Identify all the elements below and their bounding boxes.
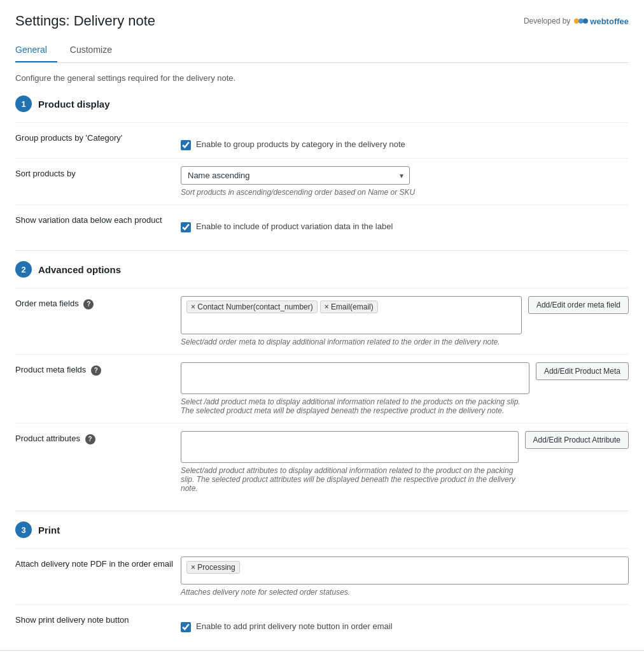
checkbox-show-print-button[interactable] [181,622,191,632]
row-show-print-button: Show print delivery note button Enable t… [15,604,629,640]
add-edit-product-attribute-button[interactable]: Add/Edit Product Attribute [525,431,629,449]
section-header-print: 3 Print [15,521,629,538]
checkbox-row-show-variation[interactable]: Enable to include of product variation d… [181,213,629,232]
row-sort-products: Sort products by Name ascending Name des… [15,158,629,204]
checkbox-show-variation[interactable] [181,222,191,232]
help-icon-product-attributes[interactable]: ? [85,434,95,444]
page-description: Configure the general settings required … [15,73,629,83]
row-attach-pdf: Attach delivery note PDF in the order em… [15,548,629,604]
product-attributes-field-with-button: Select/add product attributes to display… [181,431,629,493]
control-show-print-button: Enable to add print delivery note button… [181,613,629,632]
tab-customize[interactable]: Customize [70,39,122,62]
section-number-1: 1 [15,96,32,112]
divider-1 [15,250,629,251]
tag-contact-number[interactable]: × Contact Number(contact_number) [186,301,318,313]
label-sort-products: Sort products by [15,166,181,178]
section-title-product-display: Product display [38,99,110,110]
section-header-advanced: 2 Advanced options [15,261,629,278]
sort-select-wrapper: Name ascending Name descending SKU ascen… [181,166,410,185]
label-group-products: Group products by 'Category' [15,131,181,143]
order-meta-field-with-button: × Contact Number(contact_number) × Email… [181,296,629,346]
checkbox-label-show-variation: Enable to include of product variation d… [196,222,393,231]
tag-contact-number-text: × Contact Number(contact_number) [191,302,313,311]
control-product-meta: Select /add product meta to display addi… [181,362,629,415]
section-advanced-options: 2 Advanced options Order meta fields ? ×… [15,261,629,500]
developed-by-label: Developed by [524,17,570,25]
section-print: 3 Print Attach delivery note PDF in the … [15,521,629,640]
developed-by: Developed by webtoffee [524,17,629,26]
row-show-variation: Show variation data below each product E… [15,204,629,240]
label-product-attributes: Product attributes ? [15,431,181,444]
checkbox-row-group-products[interactable]: Enable to group products by category in … [181,131,629,150]
add-edit-product-meta-button[interactable]: Add/Edit Product Meta [536,362,629,380]
tab-general[interactable]: General [15,39,57,62]
header-row: Settings: Delivery note Developed by web… [15,13,629,29]
section-header-product-display: 1 Product display [15,96,629,112]
webtoffee-logo: webtoffee [574,17,629,26]
order-meta-tag-input[interactable]: × Contact Number(contact_number) × Email… [181,296,522,334]
row-product-attributes: Product attributes ? Select/add product … [15,423,629,500]
product-attributes-field-group: Select/add product attributes to display… [181,431,519,493]
attach-pdf-hint: Attaches delivery note for selected orde… [181,588,629,597]
product-meta-field-group: Select /add product meta to display addi… [181,362,529,415]
label-show-print-button: Show print delivery note button [15,613,181,625]
row-product-meta: Product meta fields ? Select /add produc… [15,354,629,423]
product-meta-hint: Select /add product meta to display addi… [181,397,529,415]
label-order-meta: Order meta fields ? [15,296,181,309]
checkbox-label-group-products: Enable to group products by category in … [196,139,405,149]
section-number-2: 2 [15,261,32,278]
row-order-meta: Order meta fields ? × Contact Number(con… [15,288,629,354]
label-product-meta: Product meta fields ? [15,362,181,376]
svg-point-0 [574,18,579,24]
control-order-meta: × Contact Number(contact_number) × Email… [181,296,629,346]
divider-2 [15,511,629,511]
control-product-attributes: Select/add product attributes to display… [181,431,629,493]
page-title: Settings: Delivery note [15,13,155,29]
section-title-advanced: Advanced options [38,264,121,275]
add-edit-order-meta-button[interactable]: Add/Edit order meta field [528,296,629,314]
product-attributes-hint: Select/add product attributes to display… [181,466,519,493]
control-attach-pdf: × Processing Attaches delivery note for … [181,556,629,597]
webtoffee-logo-icon [574,17,588,25]
section-title-print: Print [38,525,60,535]
tag-processing[interactable]: × Processing [186,561,240,574]
help-icon-product-meta[interactable]: ? [91,365,101,376]
tag-email[interactable]: × Email(email) [320,301,378,313]
row-group-products: Group products by 'Category' Enable to g… [15,122,629,158]
tag-email-text: × Email(email) [325,302,374,311]
checkbox-row-show-print-button[interactable]: Enable to add print delivery note button… [181,613,629,632]
section-number-3: 3 [15,521,32,538]
tag-processing-text: × Processing [191,563,235,572]
help-icon-order-meta[interactable]: ? [83,299,94,309]
tabs-list: General Customize [15,39,629,62]
checkbox-label-show-print-button: Enable to add print delivery note button… [196,621,393,631]
checkbox-group-products[interactable] [181,140,191,150]
order-meta-field-group: × Contact Number(contact_number) × Email… [181,296,522,346]
product-meta-field-with-button: Select /add product meta to display addi… [181,362,629,415]
sort-products-select[interactable]: Name ascending Name descending SKU ascen… [181,166,410,185]
label-show-variation: Show variation data below each product [15,213,181,225]
product-attributes-tag-input[interactable] [181,431,519,463]
control-group-products: Enable to group products by category in … [181,131,629,150]
control-sort-products: Name ascending Name descending SKU ascen… [181,166,629,197]
order-meta-hint: Select/add order meta to display additio… [181,337,522,346]
sort-hint: Sort products in ascending/descending or… [181,188,629,197]
svg-point-2 [583,18,588,24]
tabs-bar: General Customize [15,39,629,63]
control-show-variation: Enable to include of product variation d… [181,213,629,232]
product-meta-tag-input[interactable] [181,362,529,394]
label-attach-pdf: Attach delivery note PDF in the order em… [15,556,181,569]
brand-name: webtoffee [590,17,629,26]
section-product-display: 1 Product display Group products by 'Cat… [15,96,629,240]
page-wrapper: Settings: Delivery note Developed by web… [0,0,644,652]
svg-point-1 [578,18,584,24]
attach-pdf-tag-input[interactable]: × Processing [181,556,629,585]
